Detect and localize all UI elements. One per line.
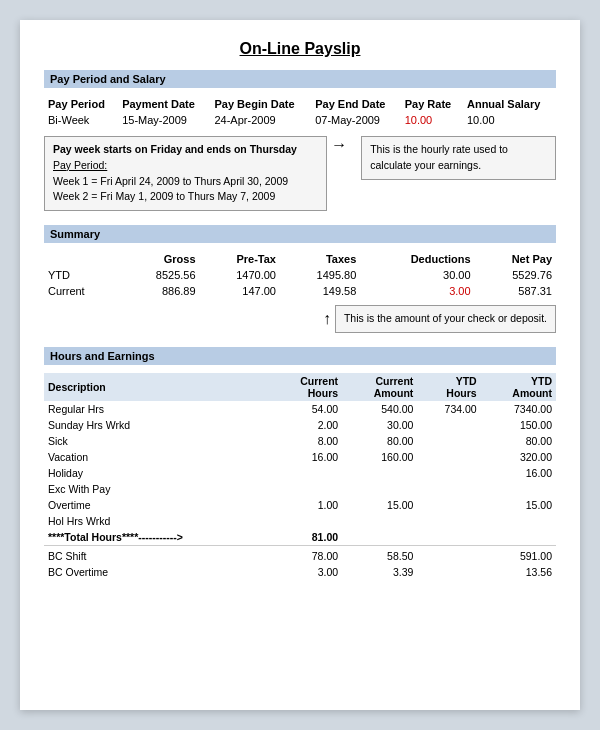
row-cur-hours: 2.00 — [270, 417, 343, 433]
total-cur-amount — [342, 529, 417, 546]
row-cur-amount — [342, 481, 417, 497]
pay-period-section: Pay Period and Salary Pay Period Payment… — [44, 70, 556, 211]
pay-begin-val: 24-Apr-2009 — [210, 112, 311, 128]
row-ytd-amount: 80.00 — [481, 433, 556, 449]
row-cur-hours: 54.00 — [270, 401, 343, 417]
summary-table: Gross Pre-Tax Taxes Deductions Net Pay Y… — [44, 251, 556, 299]
row-cur-amount — [342, 465, 417, 481]
row-cur-hours — [270, 513, 343, 529]
col-pay-end: Pay End Date — [311, 96, 401, 112]
row-desc: BC Overtime — [44, 564, 270, 580]
pay-period-row: Bi-Week 15-May-2009 24-Apr-2009 07-May-2… — [44, 112, 556, 128]
row-desc: Vacation — [44, 449, 270, 465]
hours-header-row: Description CurrentHours CurrentAmount Y… — [44, 373, 556, 401]
summary-col-pretax: Pre-Tax — [200, 251, 280, 267]
row-cur-amount: 58.50 — [342, 545, 417, 564]
summary-col-deductions: Deductions — [360, 251, 474, 267]
row-cur-hours: 16.00 — [270, 449, 343, 465]
row-ytd-hours: 734.00 — [417, 401, 480, 417]
table-row: Overtime 1.00 15.00 15.00 — [44, 497, 556, 513]
summary-col-label — [44, 251, 119, 267]
table-row: Vacation 16.00 160.00 320.00 — [44, 449, 556, 465]
row-ytd-hours — [417, 545, 480, 564]
row-cur-amount: 160.00 — [342, 449, 417, 465]
row-ytd-hours — [417, 433, 480, 449]
row-desc: Holiday — [44, 465, 270, 481]
summary-header: Summary — [44, 225, 556, 243]
row-ytd-amount: 320.00 — [481, 449, 556, 465]
info-box-period-label: Pay Period: — [53, 158, 318, 174]
total-label: ****Total Hours****-----------> — [44, 529, 270, 546]
ytd-gross: 8525.56 — [119, 267, 199, 283]
row-ytd-amount — [481, 513, 556, 529]
row-ytd-hours — [417, 449, 480, 465]
row-ytd-hours — [417, 513, 480, 529]
pay-rate-hint-box: This is the hourly rate used to calculat… — [361, 136, 556, 180]
current-netpay: 587.31 — [475, 283, 556, 299]
deposit-hint-box: This is the amount of your check or depo… — [335, 305, 556, 333]
total-cur-hours: 81.00 — [270, 529, 343, 546]
pay-period-table: Pay Period Payment Date Pay Begin Date P… — [44, 96, 556, 128]
row-cur-hours: 1.00 — [270, 497, 343, 513]
table-row: Sick 8.00 80.00 80.00 — [44, 433, 556, 449]
row-desc: Regular Hrs — [44, 401, 270, 417]
hours-col-ytd-hours: YTDHours — [417, 373, 480, 401]
summary-arrow-area: ↑ This is the amount of your check or de… — [323, 305, 556, 333]
ytd-label: YTD — [44, 267, 119, 283]
info-box-week2: Week 2 = Fri May 1, 2009 to Thurs May 7,… — [53, 189, 318, 205]
summary-section: Summary Gross Pre-Tax Taxes Deductions N… — [44, 225, 556, 333]
summary-col-taxes: Taxes — [280, 251, 360, 267]
table-row: Sunday Hrs Wrkd 2.00 30.00 150.00 — [44, 417, 556, 433]
summary-current-row: Current 886.89 147.00 149.58 3.00 587.31 — [44, 283, 556, 299]
pay-week-info-box: Pay week starts on Friday and ends on Th… — [44, 136, 327, 211]
pay-period-header: Pay Period and Salary — [44, 70, 556, 88]
row-ytd-hours — [417, 465, 480, 481]
ytd-pretax: 1470.00 — [200, 267, 280, 283]
table-row: BC Overtime 3.00 3.39 13.56 — [44, 564, 556, 580]
hours-earnings-section: Hours and Earnings Description CurrentHo… — [44, 347, 556, 580]
row-ytd-amount: 591.00 — [481, 545, 556, 564]
row-ytd-amount: 7340.00 — [481, 401, 556, 417]
hours-table: Description CurrentHours CurrentAmount Y… — [44, 373, 556, 580]
current-gross: 886.89 — [119, 283, 199, 299]
total-hours-row: ****Total Hours****-----------> 81.00 — [44, 529, 556, 546]
current-label: Current — [44, 283, 119, 299]
row-desc: Sick — [44, 433, 270, 449]
pay-end-val: 07-May-2009 — [311, 112, 401, 128]
summary-hint-row: ↑ This is the amount of your check or de… — [44, 305, 556, 333]
row-ytd-hours — [417, 417, 480, 433]
row-ytd-amount — [481, 481, 556, 497]
row-cur-amount: 80.00 — [342, 433, 417, 449]
page-title: On-Line Payslip — [44, 40, 556, 58]
summary-ytd-row: YTD 8525.56 1470.00 1495.80 30.00 5529.7… — [44, 267, 556, 283]
row-cur-amount: 15.00 — [342, 497, 417, 513]
pay-period-val: Bi-Week — [44, 112, 118, 128]
col-payment-date: Payment Date — [118, 96, 210, 112]
arrow-right-icon: → — [331, 136, 347, 154]
row-ytd-hours — [417, 497, 480, 513]
row-desc: Sunday Hrs Wrkd — [44, 417, 270, 433]
row-ytd-hours — [417, 564, 480, 580]
col-annual-salary: Annual Salary — [463, 96, 556, 112]
table-row: Regular Hrs 54.00 540.00 734.00 7340.00 — [44, 401, 556, 417]
row-ytd-amount: 15.00 — [481, 497, 556, 513]
payslip-page: On-Line Payslip Pay Period and Salary Pa… — [20, 20, 580, 710]
row-cur-hours — [270, 481, 343, 497]
col-pay-begin: Pay Begin Date — [210, 96, 311, 112]
summary-col-gross: Gross — [119, 251, 199, 267]
table-row: Exc With Pay — [44, 481, 556, 497]
annual-salary-val: 10.00 — [463, 112, 556, 128]
row-desc: BC Shift — [44, 545, 270, 564]
row-desc: Overtime — [44, 497, 270, 513]
current-pretax: 147.00 — [200, 283, 280, 299]
info-box-week1: Week 1 = Fri April 24, 2009 to Thurs Apr… — [53, 174, 318, 190]
row-cur-hours — [270, 465, 343, 481]
table-row: Hol Hrs Wrkd — [44, 513, 556, 529]
summary-col-netpay: Net Pay — [475, 251, 556, 267]
row-cur-amount: 30.00 — [342, 417, 417, 433]
info-box-bold: Pay week starts on Friday and ends on Th… — [53, 142, 318, 158]
row-desc: Exc With Pay — [44, 481, 270, 497]
row-cur-hours: 78.00 — [270, 545, 343, 564]
info-boxes: Pay week starts on Friday and ends on Th… — [44, 136, 556, 211]
arrow-spacer: → — [327, 136, 351, 154]
